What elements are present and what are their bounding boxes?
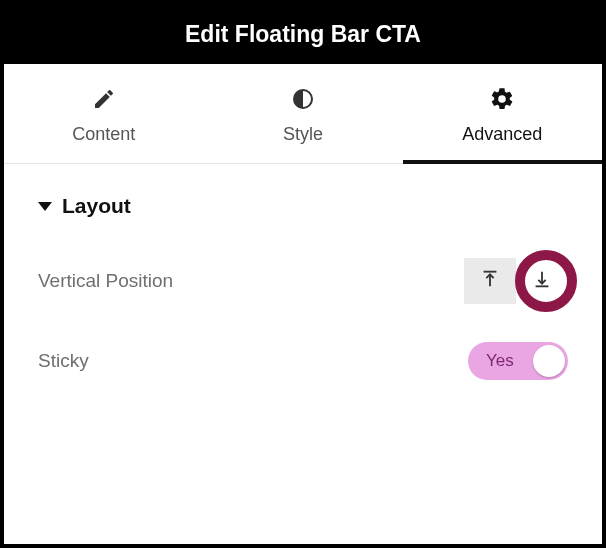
tab-advanced[interactable]: Advanced: [403, 64, 602, 163]
tab-style-label: Style: [283, 124, 323, 145]
row-sticky: Sticky Yes: [38, 338, 568, 384]
sticky-toggle-label: Yes: [486, 351, 514, 371]
gear-icon: [489, 86, 515, 112]
sticky-toggle[interactable]: Yes: [468, 342, 568, 380]
toggle-knob: [533, 345, 565, 377]
section-title: Layout: [62, 194, 131, 218]
tabs: Content Style Advanced: [4, 64, 602, 164]
tab-content-label: Content: [72, 124, 135, 145]
content-area: Layout Vertical Position: [4, 164, 602, 544]
contrast-icon: [290, 86, 316, 112]
vertical-position-group: [464, 258, 568, 304]
align-bottom-icon: [531, 268, 553, 294]
vertical-align-top-button[interactable]: [464, 258, 516, 304]
vertical-position-label: Vertical Position: [38, 270, 173, 292]
row-vertical-position: Vertical Position: [38, 258, 568, 304]
tab-style[interactable]: Style: [203, 64, 402, 163]
caret-down-icon: [38, 202, 52, 211]
align-top-icon: [479, 268, 501, 294]
tab-advanced-label: Advanced: [462, 124, 542, 145]
panel-title: Edit Floating Bar CTA: [4, 4, 602, 64]
tab-content[interactable]: Content: [4, 64, 203, 163]
pencil-icon: [91, 86, 117, 112]
vertical-align-bottom-button[interactable]: [516, 258, 568, 304]
section-layout-header[interactable]: Layout: [38, 194, 568, 218]
sticky-label: Sticky: [38, 350, 89, 372]
